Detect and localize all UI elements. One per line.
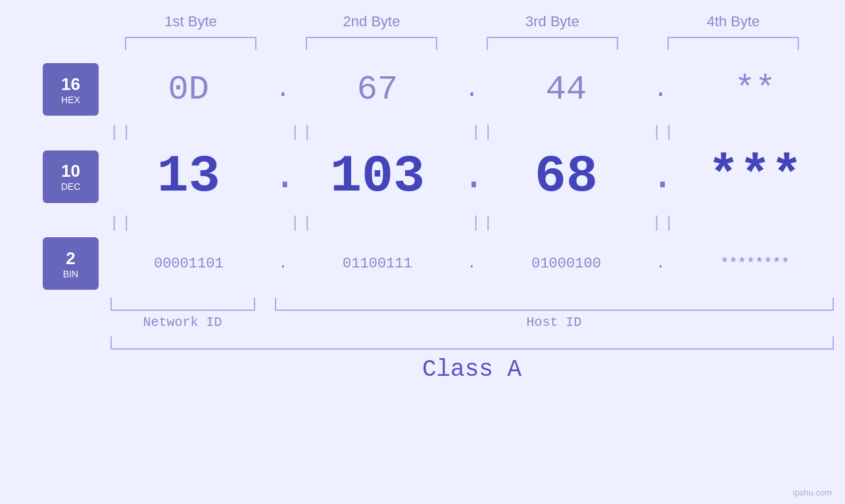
bin-byte3: 01000100 bbox=[531, 256, 601, 272]
equals-2d: || bbox=[592, 214, 736, 232]
dec-badge-number: 10 bbox=[61, 161, 80, 181]
hex-byte2: 67 bbox=[357, 70, 398, 109]
bin-badge-number: 2 bbox=[66, 248, 75, 269]
dec-dot3: . bbox=[651, 154, 671, 199]
byte-header-1: 1st Byte bbox=[118, 13, 263, 30]
equals-2c: || bbox=[411, 214, 556, 232]
bin-badge: 2 BIN bbox=[43, 237, 99, 290]
hex-dot3: . bbox=[651, 76, 671, 103]
class-a-label: Class A bbox=[422, 356, 521, 383]
hex-badge: 16 HEX bbox=[43, 63, 99, 116]
bin-badge-label: BIN bbox=[63, 269, 78, 279]
bin-dot1: . bbox=[273, 256, 293, 272]
dec-dot1: . bbox=[273, 154, 293, 199]
byte-header-4: 4th Byte bbox=[661, 13, 806, 30]
dec-badge-label: DEC bbox=[61, 181, 81, 192]
dec-dot2: . bbox=[462, 154, 481, 199]
hex-byte1: 0D bbox=[168, 70, 209, 109]
equals-1c: || bbox=[411, 124, 556, 141]
network-id-label: Network ID bbox=[143, 315, 222, 330]
host-bracket bbox=[275, 298, 834, 311]
bracket-byte3 bbox=[487, 37, 618, 50]
dec-badge: 10 DEC bbox=[43, 150, 99, 203]
host-id-label: Host ID bbox=[526, 315, 581, 330]
bracket-byte4 bbox=[667, 37, 799, 50]
watermark: ipshu.com bbox=[793, 488, 832, 497]
bin-dot3: . bbox=[651, 256, 671, 272]
dec-byte2: 103 bbox=[330, 147, 425, 206]
hex-badge-number: 16 bbox=[61, 74, 80, 95]
bin-dot2: . bbox=[462, 256, 481, 272]
class-bracket bbox=[110, 336, 834, 350]
equals-1a: || bbox=[49, 124, 194, 141]
dec-byte4: *** bbox=[708, 147, 802, 206]
equals-1d: || bbox=[592, 124, 736, 141]
bin-byte2: 01100111 bbox=[343, 256, 412, 272]
bin-byte1: 00001101 bbox=[154, 256, 224, 272]
hex-byte4: ** bbox=[735, 70, 775, 109]
bracket-byte2 bbox=[306, 37, 437, 50]
network-bracket bbox=[110, 298, 255, 311]
equals-2a: || bbox=[49, 214, 194, 232]
equals-2b: || bbox=[230, 214, 375, 232]
hex-dot1: . bbox=[273, 76, 293, 103]
dec-byte3: 68 bbox=[535, 147, 598, 206]
bin-byte4: ******** bbox=[720, 256, 790, 272]
dec-byte1: 13 bbox=[157, 147, 220, 206]
hex-byte3: 44 bbox=[546, 70, 587, 109]
bracket-byte1 bbox=[125, 37, 256, 50]
byte-header-3: 3rd Byte bbox=[480, 13, 625, 30]
hex-dot2: . bbox=[462, 76, 481, 103]
equals-1b: || bbox=[230, 124, 375, 141]
byte-header-2: 2nd Byte bbox=[299, 13, 444, 30]
hex-badge-label: HEX bbox=[61, 95, 80, 105]
